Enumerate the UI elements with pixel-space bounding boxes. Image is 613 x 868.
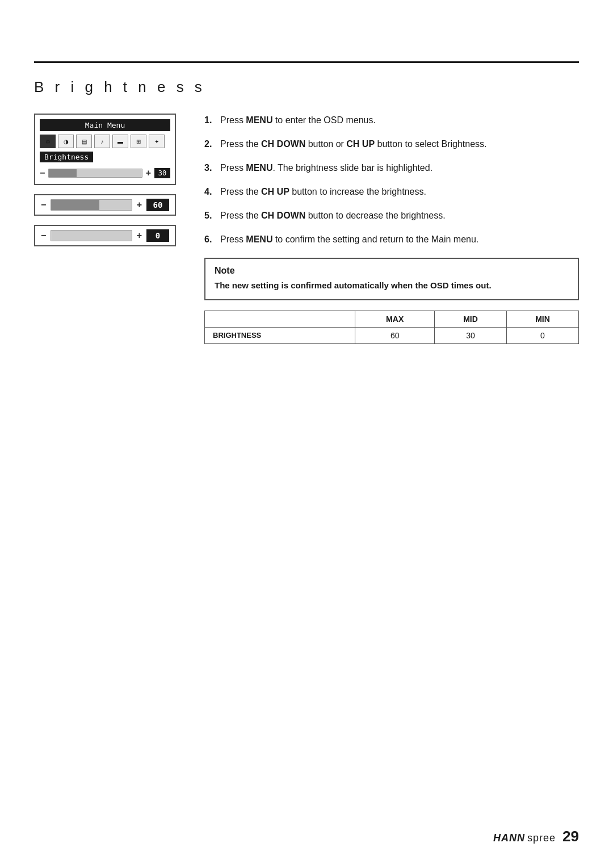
page-title: B r i g h t n e s s xyxy=(34,78,205,96)
step-num-3: 3. xyxy=(204,161,212,175)
brand-spree: spree xyxy=(527,832,556,844)
osd-icon-picture: ▤ xyxy=(76,135,92,148)
right-column: 1. Press MENU to enter the OSD menus. 2.… xyxy=(204,114,579,344)
th-min: MIN xyxy=(506,311,578,327)
brand-hann: HANN xyxy=(493,832,525,844)
osd-icons-row: ⚙ ◑ ▤ ♪ ▬ ⊞ ✦ xyxy=(40,135,170,148)
note-text: The new setting is confirmed automatical… xyxy=(215,279,569,292)
step-num-1: 1. xyxy=(204,114,212,127)
osd-slider-row: − + 30 xyxy=(40,167,170,179)
td-brightness-max: 60 xyxy=(355,327,435,343)
osd-slider-fill xyxy=(49,169,77,177)
step-num-4: 4. xyxy=(204,185,212,199)
slider-minus-60: − xyxy=(41,200,46,209)
osd-icon-contrast: ◑ xyxy=(58,135,74,148)
th-max: MAX xyxy=(355,311,435,327)
slider-row-60: − + 60 xyxy=(34,194,176,216)
slider-plus-0: + xyxy=(137,231,142,240)
step-2: 2. Press the CH DOWN button or CH UP but… xyxy=(204,137,579,151)
td-brightness-min: 0 xyxy=(506,327,578,343)
osd-icon-gear: ⚙ xyxy=(40,135,56,148)
osd-slider-track xyxy=(48,169,142,178)
step-num-2: 2. xyxy=(204,137,212,151)
osd-minus-icon: − xyxy=(40,169,45,178)
osd-title-bar: Main Menu xyxy=(40,119,170,131)
slider-value-0: 0 xyxy=(146,229,169,242)
step-3: 3. Press MENU. The brightness slide bar … xyxy=(204,161,579,175)
table-row-brightness: BRIGHTNESS 60 30 0 xyxy=(205,327,579,343)
footer: HANNspree 29 xyxy=(493,828,579,845)
step-num-6: 6. xyxy=(204,233,212,246)
osd-menu-box: Main Menu ⚙ ◑ ▤ ♪ ▬ ⊞ ✦ Brightness − + 3… xyxy=(34,114,176,185)
th-empty xyxy=(205,311,355,327)
osd-icon-screen: ▬ xyxy=(112,135,128,148)
osd-icon-misc: ✦ xyxy=(149,135,165,148)
page-number: 29 xyxy=(562,828,579,845)
td-brightness-label: BRIGHTNESS xyxy=(205,327,355,343)
step-1: 1. Press MENU to enter the OSD menus. xyxy=(204,114,579,127)
brightness-table: MAX MID MIN BRIGHTNESS 60 30 0 xyxy=(204,311,579,344)
th-mid: MID xyxy=(435,311,507,327)
left-column: Main Menu ⚙ ◑ ▤ ♪ ▬ ⊞ ✦ Brightness − + 3… xyxy=(34,114,187,246)
instructions-list: 1. Press MENU to enter the OSD menus. 2.… xyxy=(204,114,579,246)
slider-track-0 xyxy=(51,230,132,241)
slider-plus-60: + xyxy=(137,200,142,209)
slider-track-60 xyxy=(51,199,132,211)
osd-plus-icon: + xyxy=(146,169,151,178)
osd-value: 30 xyxy=(154,168,170,178)
td-brightness-mid: 30 xyxy=(435,327,507,343)
step-5: 5. Press the CH DOWN button to decrease … xyxy=(204,209,579,223)
slider-fill-60 xyxy=(51,200,99,210)
step-6: 6. Press MENU to confirm the setting and… xyxy=(204,233,579,246)
slider-minus-0: − xyxy=(41,231,46,240)
osd-brightness-label: Brightness xyxy=(40,152,93,162)
step-num-5: 5. xyxy=(204,209,212,223)
top-rule xyxy=(34,61,579,63)
table-header-row: MAX MID MIN xyxy=(205,311,579,327)
note-title: Note xyxy=(215,266,569,276)
slider-row-0: − + 0 xyxy=(34,225,176,246)
note-box: Note The new setting is confirmed automa… xyxy=(204,258,579,300)
step-4: 4. Press the CH UP button to increase th… xyxy=(204,185,579,199)
slider-value-60: 60 xyxy=(146,199,169,211)
osd-icon-audio: ♪ xyxy=(94,135,110,148)
osd-icon-osd: ⊞ xyxy=(131,135,146,148)
